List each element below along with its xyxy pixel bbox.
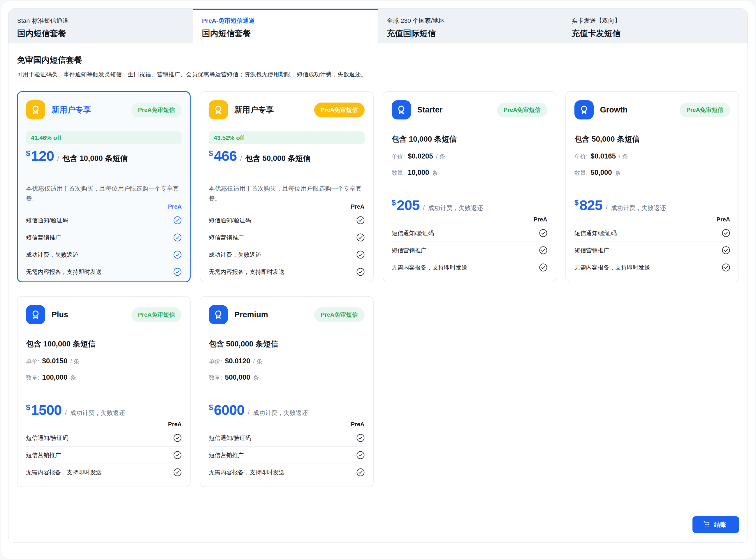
feature-row: 成功计费，失败返还 <box>26 246 182 263</box>
plan-badge: PreA免审短信 <box>132 307 182 322</box>
plan-name: Plus <box>52 310 68 319</box>
tab-3[interactable]: 实卡发送【双向】 充值卡发短信 <box>563 9 748 43</box>
tab-subtitle: 实卡发送【双向】 <box>572 17 748 25</box>
checkout-button[interactable]: 结账 <box>693 516 739 533</box>
standard-body: 包含 100,000 条短信 单价:$0.0150/ 条 数量:100,000条… <box>26 324 182 417</box>
feature-row: 短信通知/验证码 <box>26 429 182 446</box>
divider <box>574 188 730 188</box>
page-title: 免审国内短信套餐 <box>17 55 739 65</box>
feature-table: PreA 短信通知/验证码短信营销推广无需内容报备，支持即时发送 <box>392 216 547 276</box>
plan-badge: PreA免审短信 <box>314 307 364 322</box>
divider <box>26 176 182 176</box>
feature-label: 短信营销推广 <box>26 234 61 242</box>
feature-table: PreA 短信通知/验证码短信营销推广无需内容报备，支持即时发送 <box>209 421 364 481</box>
tab-1[interactable]: PreA-免审短信通道 国内短信套餐 <box>193 9 378 43</box>
price-suffix: 包含 10,000 条短信 <box>62 153 128 163</box>
discount-badge: 43.52% off <box>209 132 364 144</box>
price-amount: 205 <box>397 198 420 213</box>
feature-rows: 短信通知/验证码短信营销推广成功计费，失败返还无需内容报备，支持即时发送 <box>209 212 364 280</box>
check-circle-icon <box>539 263 547 272</box>
unit-price-suffix: / 条 <box>436 153 445 161</box>
price-suffix: 成功计费，失败返还 <box>253 409 308 417</box>
tab-2[interactable]: 全球 230 个国家/地区 充值国际短信 <box>378 9 563 43</box>
feature-row: 短信通知/验证码 <box>26 212 182 229</box>
feature-row: 短信通知/验证码 <box>574 225 730 242</box>
column-header-prea: PreA <box>392 216 547 225</box>
price-row: $1500/成功计费，失败返还 <box>26 403 182 417</box>
currency-symbol: $ <box>392 198 396 207</box>
plan-card[interactable]: Plus PreA免审短信 包含 100,000 条短信 单价:$0.0150/… <box>17 296 191 487</box>
price-row: $466/包含 50,000 条短信 <box>209 149 364 163</box>
price-amount: 466 <box>214 149 237 163</box>
quantity-row: 数量:500,000条 <box>209 373 364 382</box>
content-area: 免审国内短信套餐 可用于验证码类、事件通知等触发类短信，生日祝福、营销推广、会员… <box>8 43 748 533</box>
plan-note: 本优惠仅适用于首次购买，且每位用户限选购一个专享套餐。 <box>209 183 364 203</box>
feature-label: 无需内容报备，支持即时发送 <box>26 268 102 276</box>
check-circle-icon <box>722 229 730 237</box>
unit-price-value: $0.0205 <box>408 152 433 160</box>
unit-price-row: 单价:$0.0150/ 条 <box>26 357 182 365</box>
currency-symbol: $ <box>209 149 213 158</box>
feature-label: 短信营销推广 <box>209 451 244 459</box>
feature-row: 短信营销推广 <box>574 242 730 259</box>
feature-row: 短信通知/验证码 <box>209 429 364 446</box>
quantity-label: 数量: <box>392 169 405 177</box>
feature-label: 无需内容报备，支持即时发送 <box>26 468 102 476</box>
quantity-value: 100,000 <box>42 373 67 381</box>
plan-name: Growth <box>600 105 628 115</box>
plan-includes: 包含 100,000 条短信 <box>26 339 182 349</box>
price-suffix: 成功计费，失败返还 <box>611 204 666 212</box>
medal-icon <box>574 100 594 119</box>
unit-price-label: 单价: <box>209 358 222 365</box>
quantity-label: 数量: <box>209 374 222 382</box>
page-description: 可用于验证码类、事件通知等触发类短信，生日祝福、营销推广、会员优惠等运营短信；资… <box>17 71 739 78</box>
unit-price-row: 单价:$0.0205/ 条 <box>392 152 547 161</box>
plan-includes: 包含 10,000 条短信 <box>392 134 547 144</box>
price-row: $6000/成功计费，失败返还 <box>209 403 364 417</box>
plan-includes: 包含 50,000 条短信 <box>574 134 730 144</box>
feature-label: 无需内容报备，支持即时发送 <box>392 264 467 272</box>
promo-body: 41.46% off $120/包含 10,000 条短信 本优惠仅适用于首次购… <box>26 119 182 203</box>
plan-card[interactable]: 新用户专享 PreA免审短信 41.46% off $120/包含 10,000… <box>17 91 191 282</box>
check-circle-icon <box>356 233 364 242</box>
price-slash: / <box>248 408 250 417</box>
plan-card[interactable]: Premium PreA免审短信 包含 500,000 条短信 单价:$0.01… <box>200 296 373 487</box>
standard-body: 包含 50,000 条短信 单价:$0.0165/ 条 数量:50,000条 $… <box>574 119 730 213</box>
standard-body: 包含 500,000 条短信 单价:$0.0120/ 条 数量:500,000条… <box>209 324 364 417</box>
column-header-prea: PreA <box>26 203 182 212</box>
plan-card-header: Growth PreA免审短信 <box>574 100 730 119</box>
feature-row: 无需内容报备，支持即时发送 <box>26 463 182 481</box>
plan-card-header: Starter PreA免审短信 <box>392 100 547 119</box>
tab-title: 充值卡发短信 <box>572 28 748 39</box>
check-circle-icon <box>722 263 730 272</box>
check-circle-icon <box>174 216 182 224</box>
price-amount: 120 <box>31 149 54 163</box>
tab-subtitle: 全球 230 个国家/地区 <box>387 17 563 25</box>
quantity-value: 500,000 <box>225 373 250 381</box>
feature-label: 无需内容报备，支持即时发送 <box>209 268 284 276</box>
plan-card[interactable]: Growth PreA免审短信 包含 50,000 条短信 单价:$0.0165… <box>565 91 739 282</box>
tab-0[interactable]: Stan-标准短信通道 国内短信套餐 <box>8 9 193 43</box>
unit-price-row: 单价:$0.0120/ 条 <box>209 357 364 365</box>
plan-card[interactable]: 新用户专享 PreA免审短信 43.52% off $466/包含 50,000… <box>200 91 373 282</box>
check-circle-icon <box>356 251 364 259</box>
feature-row: 无需内容报备，支持即时发送 <box>392 259 547 276</box>
quantity-suffix: 条 <box>615 169 621 177</box>
price-slash: / <box>240 155 242 163</box>
feature-table: PreA 短信通知/验证码短信营销推广成功计费，失败返还无需内容报备，支持即时发… <box>209 203 364 280</box>
feature-row: 短信通知/验证码 <box>392 225 547 242</box>
tab-subtitle: PreA-免审短信通道 <box>202 17 378 25</box>
plan-card[interactable]: Starter PreA免审短信 包含 10,000 条短信 单价:$0.020… <box>383 91 556 282</box>
feature-label: 短信营销推广 <box>209 234 244 242</box>
promo-body: 43.52% off $466/包含 50,000 条短信 本优惠仅适用于首次购… <box>209 119 364 203</box>
pricing-panel: Stan-标准短信通道 国内短信套餐 PreA-免审短信通道 国内短信套餐 全球… <box>8 8 748 542</box>
feature-rows: 短信通知/验证码短信营销推广成功计费，失败返还无需内容报备，支持即时发送 <box>26 212 182 280</box>
price-amount: 1500 <box>31 403 61 417</box>
price-amount: 6000 <box>214 403 244 417</box>
plan-grid: 新用户专享 PreA免审短信 41.46% off $120/包含 10,000… <box>17 91 739 487</box>
check-circle-icon <box>174 233 182 242</box>
plan-name: 新用户专享 <box>234 105 274 115</box>
quantity-row: 数量:100,000条 <box>26 373 182 382</box>
unit-price-suffix: / 条 <box>619 153 628 161</box>
discount-badge: 41.46% off <box>26 132 182 144</box>
